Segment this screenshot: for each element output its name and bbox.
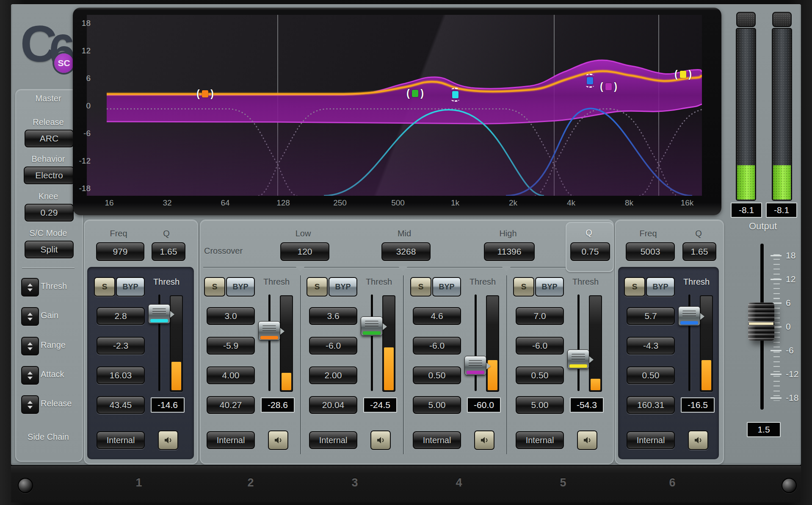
band5-thresh-fader-track[interactable] [577,294,580,391]
band4-bypass-button[interactable]: BYP [432,277,461,297]
band1-q-value[interactable]: 1.65 [152,242,185,261]
speaker-icon [163,435,174,445]
band5-bypass-button[interactable]: BYP [535,277,564,297]
band6-freq-value[interactable]: 5003 [626,242,675,261]
output-scale-label: 6 [786,298,808,308]
attack-stepper[interactable] [21,366,39,385]
band1-range-value[interactable]: -2.3 [97,337,145,355]
band3-attack-value[interactable]: 2.00 [309,366,357,384]
band6-range-value[interactable]: -4.3 [627,337,675,355]
band5-thresh-fader-handle[interactable] [567,350,589,369]
behavior-button[interactable]: Electro [24,166,75,184]
band1-sidechain-source-button[interactable]: Internal [97,431,145,449]
band1-freq-value[interactable]: 979 [96,242,144,261]
speaker-icon [582,435,593,445]
x-tick: 500 [383,198,413,208]
y-tick: 12 [75,46,91,55]
band1-release-value[interactable]: 43.45 [97,396,145,414]
band3-range-value[interactable]: -6.0 [309,337,357,355]
band-compression-region [107,60,702,124]
band4-range-value[interactable]: -6.0 [413,337,461,355]
band2-gain-value[interactable]: 3.0 [207,307,255,325]
crossover-high-value[interactable]: 11396 [484,242,535,261]
band2-bypass-button[interactable]: BYP [226,277,255,297]
band1-gain-value[interactable]: 2.8 [97,307,145,325]
band6-gain-value[interactable]: 5.7 [627,307,675,325]
band4-thresh-fader-track[interactable] [475,294,477,391]
band3-release-value[interactable]: 20.04 [309,396,357,414]
band3-thresh-fader-handle[interactable] [361,316,383,336]
band6-release-value[interactable]: 160.31 [627,396,675,414]
band-number-3: 3 [345,476,364,489]
band3-gain-value[interactable]: 3.6 [309,307,357,325]
band2-solo-button[interactable]: S [204,277,225,297]
band5-sidechain-source-button[interactable]: Internal [516,431,564,449]
band3-solo-button[interactable]: S [307,277,328,297]
output-meter-cap-left [736,12,756,27]
band4-attack-value[interactable]: 0.50 [413,366,461,384]
fader-indicator-line [749,322,773,325]
band5-attack-value[interactable]: 0.50 [516,366,564,384]
band6-q-value[interactable]: 1.65 [682,242,716,261]
band6-solo-button[interactable]: S [624,277,645,297]
band4-monitor-button[interactable] [474,430,494,450]
band3-monitor-button[interactable] [370,430,391,450]
band6-thresh-fader-handle[interactable] [678,306,700,326]
band2-range-value[interactable]: -5.9 [207,337,255,355]
band6-monitor-button[interactable] [688,430,708,450]
band5-release-value[interactable]: 5.00 [516,396,564,414]
thresh-stepper[interactable] [21,278,39,297]
up-arrow-icon [28,342,33,345]
band2-color-stripe [260,336,278,339]
band1-monitor-button[interactable] [158,430,178,450]
band4-release-value[interactable]: 5.00 [413,396,461,414]
arc-button[interactable]: ARC [25,130,74,147]
band4-gain-value[interactable]: 4.6 [413,307,461,325]
crossover-mid-value[interactable]: 3268 [381,242,431,261]
crossover-q-value[interactable]: 0.75 [570,242,610,261]
band2-attack-value[interactable]: 4.00 [207,366,255,384]
band3-thresh-fader-track[interactable] [371,294,373,391]
band2-thresh-fader-handle[interactable] [258,321,280,341]
band6-attack-value[interactable]: 0.50 [627,366,675,384]
sc-mode-button[interactable]: Split [25,241,74,258]
band2-thresh-fader-track[interactable] [268,294,271,391]
band1-thresh-fader-handle[interactable] [148,304,170,324]
band2-marker[interactable] [202,90,208,97]
gain-stepper[interactable] [21,307,39,326]
band3-bypass-button[interactable]: BYP [329,277,357,297]
master-release-label: Release [19,117,78,128]
band6-marker[interactable] [587,77,593,84]
band5-range-value[interactable]: -6.0 [516,337,564,355]
output-fader-handle[interactable] [748,302,774,341]
band1-attack-value[interactable]: 16.03 [97,366,145,384]
range-stepper[interactable] [21,337,39,355]
crossover-high-label: High [491,228,525,239]
band1-marker[interactable] [452,91,458,98]
band6-gr-meter-fill [702,360,711,390]
band6-bypass-button[interactable]: BYP [646,277,675,297]
band1-bypass-button[interactable]: BYP [116,277,145,297]
bottom-strip: 1 2 3 4 5 6 [11,465,801,502]
band1-solo-button[interactable]: S [94,277,115,297]
band5-solo-button[interactable]: S [513,277,534,297]
band2-release-value[interactable]: 40.27 [207,396,255,414]
crossover-low-value[interactable]: 120 [280,242,329,261]
band1-thresh-label: Thresh [147,276,185,287]
band3-sidechain-source-button[interactable]: Internal [309,431,357,449]
band4-marker[interactable] [605,83,612,90]
band3-marker[interactable] [412,90,418,97]
band4-thresh-fader-handle[interactable] [464,356,486,375]
band2-monitor-button[interactable] [268,430,288,450]
band6-sidechain-source-button[interactable]: Internal [627,431,675,449]
band4-sidechain-source-button[interactable]: Internal [413,431,461,449]
knee-value-button[interactable]: 0.29 [25,204,74,222]
band5-marker[interactable] [680,71,686,78]
release-stepper[interactable] [21,395,39,414]
band6-color-stripe [680,321,698,325]
band4-solo-button[interactable]: S [410,277,431,297]
band5-gain-value[interactable]: 7.0 [516,307,564,325]
band2-sidechain-source-button[interactable]: Internal [207,431,255,449]
band1-gr-meter [170,295,183,392]
band5-monitor-button[interactable] [577,430,597,450]
